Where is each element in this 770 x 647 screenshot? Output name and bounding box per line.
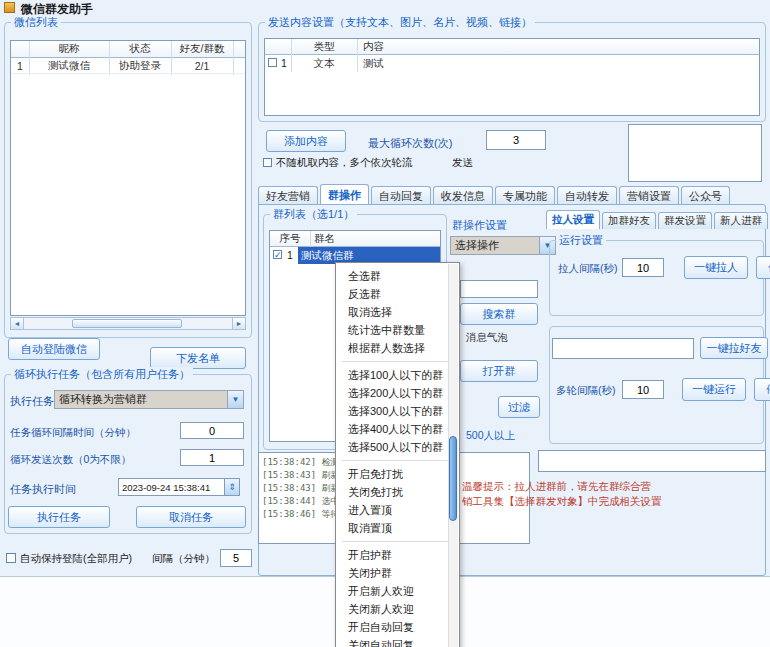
content-row-seq: 1	[281, 57, 287, 69]
tab-auto-forward[interactable]: 自动转发	[557, 186, 617, 205]
roster-button[interactable]: 下发名单	[150, 347, 246, 369]
menu-item[interactable]: 统计选中群数量	[336, 321, 459, 339]
menu-item[interactable]: 选择500人以下的群	[336, 438, 459, 456]
loop-count-input[interactable]	[180, 449, 244, 466]
exec-task-value: 循环转换为营销群	[59, 392, 147, 407]
scroll-left-icon[interactable]: ◄	[11, 318, 24, 329]
add-content-button[interactable]: 添加内容	[266, 130, 346, 152]
col-count: 好友/群数	[171, 41, 233, 57]
menu-item[interactable]: 选择400人以下的群	[336, 420, 459, 438]
tab-special-functions[interactable]: 专属功能	[495, 186, 555, 205]
group-search-input[interactable]	[460, 280, 538, 298]
tab-auto-reply[interactable]: 自动回复	[371, 186, 431, 205]
datetime-spinner-icon[interactable]: ⇕	[224, 479, 239, 495]
tab-friend-marketing[interactable]: 好友营销	[258, 186, 318, 205]
menu-item[interactable]: 开启免打扰	[336, 465, 459, 483]
scroll-thumb[interactable]	[72, 319, 182, 328]
above-count-label: 500人以上	[466, 429, 515, 443]
round-stop-button[interactable]: 停止	[754, 378, 770, 401]
group-op-value: 选择操作	[455, 238, 499, 253]
group-op-combobox[interactable]: 选择操作 ▼	[450, 236, 556, 255]
search-group-button[interactable]: 搜索群	[460, 303, 538, 325]
invite-run-button[interactable]: 一键拉人	[684, 256, 748, 279]
invite-stop-button[interactable]: 停止	[756, 256, 770, 279]
menu-item[interactable]: 全选群	[336, 267, 459, 285]
menu-item[interactable]: 关闭免打扰	[336, 483, 459, 501]
run-task-button[interactable]: 执行任务	[8, 506, 110, 528]
menu-item[interactable]: 进入置顶	[336, 501, 459, 519]
invite-interval-input[interactable]	[622, 258, 664, 277]
subtab-invite-settings[interactable]: 拉人设置	[546, 210, 600, 229]
round-run-button[interactable]: 一键运行	[682, 378, 746, 401]
grid-line	[310, 231, 311, 247]
open-group-button[interactable]: 打开群	[460, 360, 538, 382]
group-op-dropdown-menu: 全选群 反选群 取消选择 统计选中群数量 根据群人数选择 选择100人以下的群 …	[335, 262, 460, 647]
round-interval-input[interactable]	[622, 380, 664, 399]
content-table[interactable]: 类型 内容 1 文本 测试	[264, 38, 760, 116]
menu-item[interactable]: 关闭自动回复	[336, 636, 459, 647]
random-content-label: 不随机取内容，多个依次轮流	[276, 156, 413, 170]
task-time-picker[interactable]: 2023-09-24 15:38:41 ⇕	[118, 478, 240, 496]
bubble-label: 消息气泡	[466, 331, 508, 345]
notice-line2: 销工具集【选择群发对象】中完成相关设置	[462, 495, 766, 509]
wechat-table[interactable]: 昵称 状态 好友/群数 1 测试微信 协助登录 2/1	[10, 40, 246, 316]
invite-friends-button[interactable]: 一键拉好友	[700, 337, 768, 359]
subtab-newcomer[interactable]: 新人进群	[714, 212, 768, 229]
wechat-list-hscrollbar[interactable]: ◄ ►	[10, 317, 246, 330]
col-seq: 序号	[270, 231, 310, 246]
menu-item[interactable]: 选择300人以下的群	[336, 402, 459, 420]
scroll-right-icon[interactable]: ►	[232, 318, 245, 329]
table-row[interactable]: 1 测试微信 协助登录 2/1	[11, 58, 245, 74]
send-content-title: 发送内容设置（支持文本、图片、名片、视频、链接）	[265, 15, 535, 30]
cancel-task-button[interactable]: 取消任务	[136, 506, 246, 528]
keepalive-checkbox[interactable]	[6, 553, 16, 563]
menu-scrollbar[interactable]	[448, 264, 458, 647]
task-time-value: 2023-09-24 15:38:41	[122, 482, 210, 493]
tab-group-operation[interactable]: 群操作	[320, 184, 369, 205]
menu-item[interactable]: 取消置顶	[336, 519, 459, 537]
bottom-right-input[interactable]	[538, 450, 766, 472]
content-row[interactable]: 1 文本 测试	[265, 55, 759, 72]
menu-separator	[342, 541, 453, 542]
group-row-checkbox[interactable]: ✓	[273, 250, 282, 259]
task-interval-label: 任务循环间隔时间（分钟）	[10, 426, 136, 440]
content-preview-box[interactable]	[628, 124, 762, 182]
run-settings-title: 运行设置	[556, 233, 606, 248]
random-content-checkbox[interactable]	[263, 158, 272, 167]
app-root: 微信群发助手 微信列表 昵称 状态 好友/群数 1 测试微信 协助登录 2/1 …	[0, 0, 770, 647]
app-icon	[4, 2, 15, 13]
menu-item[interactable]: 选择200人以下的群	[336, 384, 459, 402]
content-row-checkbox[interactable]	[268, 58, 277, 67]
menu-item[interactable]: 开启新人欢迎	[336, 582, 459, 600]
tab-send-receive[interactable]: 收发信息	[433, 186, 493, 205]
menu-item[interactable]: 根据群人数选择	[336, 339, 459, 357]
exec-task-label: 执行任务	[10, 394, 54, 409]
tab-official-account[interactable]: 公众号	[681, 186, 730, 205]
task-interval-input[interactable]	[180, 422, 244, 439]
group-op-label: 群操作设置	[452, 218, 507, 233]
menu-item[interactable]: 关闭护群	[336, 564, 459, 582]
cell-seq: 1	[11, 58, 29, 73]
chevron-down-icon[interactable]: ▼	[227, 391, 243, 408]
menu-separator	[342, 361, 453, 362]
cell-count: 2/1	[171, 58, 233, 73]
menu-item[interactable]: 取消选择	[336, 303, 459, 321]
keepalive-gap-input[interactable]	[220, 549, 252, 567]
menu-item[interactable]: 反选群	[336, 285, 459, 303]
group-row-name: 测试微信群	[301, 249, 354, 263]
tab-marketing-settings[interactable]: 营销设置	[619, 186, 679, 205]
menu-item[interactable]: 关闭新人欢迎	[336, 600, 459, 618]
menu-item[interactable]: 开启自动回复	[336, 618, 459, 636]
notice-line1: 温馨提示：拉人进群前，请先在群综合营	[462, 480, 766, 494]
max-loop-input[interactable]	[486, 130, 546, 150]
subtab-mass-send[interactable]: 群发设置	[658, 212, 712, 229]
invite-target-input[interactable]	[552, 338, 694, 359]
group-row-seq: 1	[287, 249, 293, 261]
auto-login-button[interactable]: 自动登陆微信	[8, 338, 100, 360]
menu-item[interactable]: 开启护群	[336, 546, 459, 564]
filter-button[interactable]: 过滤	[498, 396, 540, 418]
subtab-add-friends[interactable]: 加群好友	[602, 212, 656, 229]
menu-item[interactable]: 选择100人以下的群	[336, 366, 459, 384]
menu-scroll-thumb[interactable]	[449, 436, 457, 521]
exec-task-combobox[interactable]: 循环转换为营销群 ▼	[54, 390, 244, 409]
